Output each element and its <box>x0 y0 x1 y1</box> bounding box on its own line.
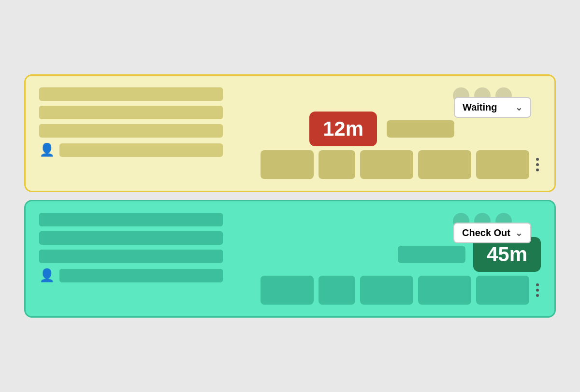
card-waiting: 👤 Waiting ⌄ <box>24 74 556 192</box>
action-btn-5[interactable] <box>476 150 529 179</box>
person-label-line-2 <box>59 269 223 282</box>
dropdown-arrow-icon: ⌄ <box>515 102 522 113</box>
label-button-2[interactable] <box>398 246 465 263</box>
action-btn-t5[interactable] <box>476 276 529 305</box>
action-btn-3[interactable] <box>360 150 413 179</box>
action-btn-t2[interactable] <box>319 276 355 305</box>
text-line-2 <box>39 106 223 119</box>
status-dropdown[interactable]: Waiting ⌄ <box>454 97 531 118</box>
text-lines-group: 👤 <box>39 87 223 157</box>
more-options-menu-2[interactable] <box>534 281 541 299</box>
timer-value-2: 45m <box>487 243 527 266</box>
text-line-t3 <box>39 250 223 263</box>
top-right-section: Waiting ⌄ <box>223 87 541 104</box>
dot-t2 <box>536 289 539 292</box>
dot-2 <box>536 163 539 166</box>
timer-badge: 12m <box>309 112 377 146</box>
text-line-3 <box>39 124 223 138</box>
dropdown-arrow-icon-2: ⌄ <box>515 228 522 238</box>
top-right-section-2: Check Out ⌄ <box>223 213 541 229</box>
card-right-content-2: Check Out ⌄ 45m <box>223 213 541 305</box>
status-label-2: Check Out <box>462 227 510 238</box>
action-btn-4[interactable] <box>418 150 471 179</box>
action-btn-1[interactable] <box>261 150 314 179</box>
person-label-line <box>59 143 223 157</box>
dot-t1 <box>536 283 539 286</box>
label-button[interactable] <box>387 120 454 138</box>
timer-value: 12m <box>323 117 363 140</box>
text-lines-group-2: 👤 <box>39 213 223 283</box>
person-row-2: 👤 <box>39 268 223 283</box>
text-line-t1 <box>39 213 223 226</box>
bottom-actions-row <box>223 150 541 179</box>
person-icon-2: 👤 <box>39 268 55 283</box>
person-row: 👤 <box>39 142 223 157</box>
card-left-section: 👤 <box>39 87 223 179</box>
more-options-menu[interactable] <box>534 156 541 173</box>
dot-t3 <box>536 294 539 297</box>
text-line-t2 <box>39 231 223 245</box>
action-btn-t1[interactable] <box>261 276 314 305</box>
text-line-1 <box>39 87 223 101</box>
bottom-actions-row-2 <box>223 276 541 305</box>
action-btn-2[interactable] <box>319 150 355 179</box>
card-right-content: Waiting ⌄ 12m <box>223 87 541 179</box>
dot-3 <box>536 168 539 171</box>
dot-1 <box>536 158 539 161</box>
action-btn-t3[interactable] <box>360 276 413 305</box>
person-icon: 👤 <box>39 142 55 157</box>
card-checkout: 👤 Check Out ⌄ <box>24 200 556 318</box>
status-label: Waiting <box>463 102 497 113</box>
status-dropdown-2[interactable]: Check Out ⌄ <box>453 223 531 243</box>
card-left-section-2: 👤 <box>39 213 223 305</box>
action-btn-t4[interactable] <box>418 276 471 305</box>
